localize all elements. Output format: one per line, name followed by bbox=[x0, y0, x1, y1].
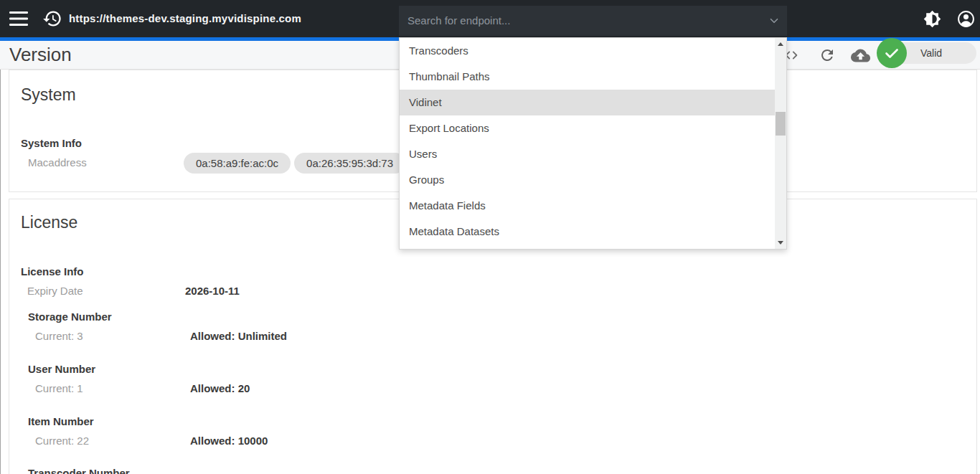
app-window: https://themes-dev.staging.myvidispine.c… bbox=[0, 0, 980, 474]
account-icon[interactable] bbox=[957, 10, 975, 28]
item-current: Current: 22 bbox=[35, 435, 89, 447]
dropdown-item-groups[interactable]: Groups bbox=[400, 167, 776, 193]
expiry-date-value: 2026-10-11 bbox=[185, 285, 240, 297]
page-title: Version bbox=[9, 44, 72, 66]
refresh-icon[interactable] bbox=[819, 47, 836, 64]
expiry-date-label: Expiry Date bbox=[27, 285, 83, 297]
dropdown-item-metadata-datasets[interactable]: Metadata Datasets bbox=[400, 219, 776, 245]
license-heading: License bbox=[21, 213, 77, 232]
check-icon bbox=[877, 38, 907, 68]
user-current: Current: 1 bbox=[35, 382, 83, 394]
item-allowed: Allowed: 10000 bbox=[190, 435, 268, 447]
scrollbar-thumb[interactable] bbox=[776, 112, 786, 136]
macaddress-label: Macaddress bbox=[28, 156, 87, 169]
dropdown-item-export-locations[interactable]: Export Locations bbox=[400, 115, 776, 141]
user-allowed: Allowed: 20 bbox=[190, 382, 250, 394]
user-number-heading: User Number bbox=[28, 363, 95, 375]
hamburger-menu-icon[interactable] bbox=[9, 11, 28, 26]
chevron-down-icon[interactable] bbox=[768, 14, 781, 27]
cloud-upload-icon[interactable] bbox=[851, 46, 870, 65]
search-placeholder: Search for endpoint... bbox=[407, 6, 510, 36]
transcoder-number-heading: Transcoder Number bbox=[28, 467, 130, 474]
license-info-label: License Info bbox=[21, 265, 84, 278]
system-heading: System bbox=[21, 85, 76, 105]
macaddress-chip: 0a:58:a9:fe:ac:0c bbox=[184, 153, 291, 174]
scroll-up-icon[interactable] bbox=[778, 42, 783, 46]
macaddress-chip: 0a:26:35:95:3d:73 bbox=[294, 153, 405, 174]
endpoint-dropdown: Transcoders Thumbnail Paths Vidinet Expo… bbox=[399, 37, 787, 250]
dropdown-item-users[interactable]: Users bbox=[400, 141, 776, 167]
storage-number-heading: Storage Number bbox=[28, 311, 112, 323]
dropdown-scrollbar[interactable] bbox=[775, 38, 786, 249]
topbar: https://themes-dev.staging.myvidispine.c… bbox=[0, 0, 980, 37]
system-info-label: System Info bbox=[21, 137, 82, 149]
theme-toggle-icon[interactable] bbox=[923, 10, 941, 28]
dropdown-item-transcoders[interactable]: Transcoders bbox=[400, 38, 776, 64]
dropdown-item-vidinet[interactable]: Vidinet bbox=[400, 90, 776, 115]
dropdown-item-thumbnail-paths[interactable]: Thumbnail Paths bbox=[400, 64, 776, 90]
storage-allowed: Allowed: Unlimited bbox=[190, 330, 287, 342]
item-number-heading: Item Number bbox=[28, 415, 94, 427]
endpoint-search-input[interactable]: Search for endpoint... bbox=[399, 6, 787, 36]
window-left-edge bbox=[0, 41, 1, 474]
dropdown-item-metadata-fields[interactable]: Metadata Fields bbox=[400, 193, 776, 219]
history-icon[interactable] bbox=[42, 9, 62, 29]
macaddress-chip-row: 0a:58:a9:fe:ac:0c 0a:26:35:95:3d:73 bbox=[184, 153, 405, 174]
environment-url: https://themes-dev.staging.myvidispine.c… bbox=[69, 12, 301, 24]
storage-current: Current: 3 bbox=[35, 330, 83, 342]
scroll-down-icon[interactable] bbox=[778, 241, 783, 245]
